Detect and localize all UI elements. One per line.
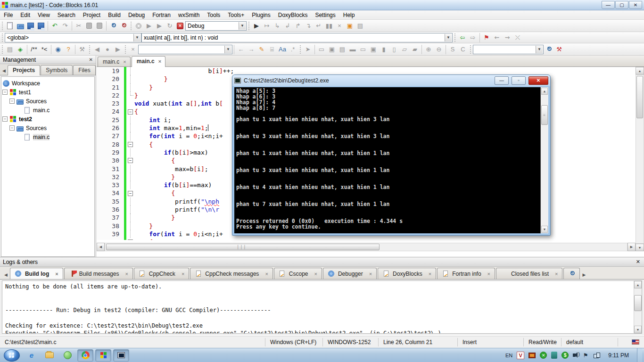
stop-debugger-icon[interactable]: × <box>335 21 344 31</box>
function-combo[interactable]: xuat(int a[], int b[], int n) : void▼ <box>141 33 453 42</box>
wxsmith-tool-icon[interactable]: ▭ <box>358 45 368 54</box>
dollar-tray-icon[interactable]: $ <box>561 352 569 359</box>
log-tab-cscope[interactable]: Cscope× <box>274 268 322 279</box>
log-tab-search[interactable] <box>563 268 580 279</box>
symbol-search-combo[interactable]: ▼ <box>473 45 544 54</box>
log-tab-build-log[interactable]: Build log× <box>10 268 63 279</box>
logs-close-icon[interactable]: ✕ <box>636 259 640 265</box>
tree-expander-icon[interactable]: − <box>9 125 15 131</box>
fold-collapse-icon[interactable]: − <box>128 109 133 115</box>
step-into-instruction-icon[interactable]: ↵ <box>314 21 323 31</box>
function-combo-dropdown-icon[interactable]: ▼ <box>445 34 452 41</box>
editor-vscrollbar[interactable]: ▲ ▼ <box>636 67 644 251</box>
log-tab-fortran-info[interactable]: Fortran info× <box>437 268 495 279</box>
fold-collapse-icon[interactable]: − <box>128 142 133 147</box>
tab-close-icon[interactable]: × <box>158 58 161 64</box>
tab-close-icon[interactable]: × <box>487 271 490 277</box>
taskbar-codeblocks-icon[interactable] <box>95 349 111 362</box>
tree-item-sources[interactable]: −Sources <box>2 123 93 132</box>
console-maximize-button[interactable]: ▫ <box>512 76 526 85</box>
wx-pointer-icon[interactable]: ➤ <box>303 45 313 54</box>
scope-combo-dropdown-icon[interactable]: ▼ <box>133 34 140 41</box>
rebuild-icon[interactable]: ↻ <box>165 21 174 31</box>
monitor-tray-icon[interactable] <box>528 353 536 358</box>
zoom-in-icon[interactable]: ⊕ <box>424 45 433 54</box>
log-tab-cppcheck-messages[interactable]: CppCheck messages× <box>190 268 273 279</box>
wxsmith-mode-icon[interactable]: S <box>448 45 457 54</box>
taskbar-ie-icon[interactable]: e <box>24 349 40 362</box>
tab-close-icon[interactable]: × <box>429 271 431 277</box>
network-tray-icon[interactable] <box>594 353 600 358</box>
menu-plugins[interactable]: Plugins <box>248 11 274 19</box>
prev-tab-icon[interactable]: ◀ <box>92 45 102 54</box>
doxy-comment-icon[interactable]: /** <box>29 45 39 54</box>
goto-next-changed-icon[interactable]: → <box>247 45 256 54</box>
menu-view[interactable]: View <box>34 11 54 19</box>
taskbar-app-icon[interactable] <box>59 349 75 362</box>
menu-wxsmith[interactable]: wxSmith <box>174 11 203 19</box>
taskbar-console-icon[interactable] <box>113 349 129 362</box>
minimize-button[interactable]: — <box>602 1 615 9</box>
next-instruction-icon[interactable]: ↴ <box>304 21 313 31</box>
build-icon[interactable] <box>134 21 143 31</box>
wxsmith-mode-icon[interactable]: C <box>458 45 468 54</box>
menu-tools[interactable]: Tools <box>203 11 224 19</box>
console-titlebar[interactable]: C:\test2\test2\bin\Debug\test2.exe — ▫ ✕ <box>232 75 550 86</box>
paste-icon[interactable] <box>95 21 104 31</box>
wxsmith-tool-icon[interactable]: ▯ <box>389 45 399 54</box>
incremental-search-combo[interactable]: ▼ <box>138 45 232 54</box>
tab-close-icon[interactable]: × <box>123 59 126 65</box>
regex-icon[interactable]: .* <box>288 45 297 54</box>
fold-collapse-icon[interactable]: − <box>128 239 133 240</box>
abort-icon[interactable]: × <box>175 21 185 31</box>
tab-close-icon[interactable]: × <box>182 271 184 277</box>
editor-tab-1[interactable]: main.c× <box>132 56 165 67</box>
logs-scrollbar[interactable]: ▲ ▼ <box>634 281 642 333</box>
log-tab-cppcheck[interactable]: CppCheck× <box>134 268 189 279</box>
tree-item-test2[interactable]: −test2 <box>2 115 93 123</box>
menu-debug[interactable]: Debug <box>124 11 149 19</box>
menu-project[interactable]: Project <box>79 11 104 19</box>
log-tabs-scroll-left-icon[interactable]: ◀ <box>3 271 9 279</box>
green-tray-icon[interactable]: ✕ <box>540 352 547 359</box>
editor-tab-0[interactable]: main.c× <box>98 57 131 66</box>
taskbar-explorer-icon[interactable] <box>41 349 58 362</box>
doxy-run-icon[interactable]: ◈ <box>16 45 25 54</box>
cut-icon[interactable]: ✂ <box>74 21 83 31</box>
uppercase-icon[interactable]: Aa <box>278 45 287 54</box>
volume-tray-icon[interactable] <box>573 354 576 357</box>
menu-doxyblocks[interactable]: DoxyBlocks <box>274 11 312 19</box>
tree-item-main-c[interactable]: main.c <box>2 132 93 141</box>
next-line-icon[interactable]: ↳ <box>272 21 282 31</box>
language-indicator[interactable]: EN <box>505 353 512 358</box>
tree-item-sources[interactable]: −Sources <box>2 97 93 106</box>
build-target-combo-dropdown-icon[interactable]: ▼ <box>239 22 246 30</box>
close-button[interactable]: ✕ <box>629 1 642 9</box>
replace-icon[interactable] <box>119 21 128 31</box>
teal-tray-icon[interactable] <box>551 352 557 359</box>
debug-continue-icon[interactable]: ▶ <box>252 21 261 31</box>
tab-projects[interactable]: Projects <box>8 65 40 75</box>
maximize-button[interactable]: ▢ <box>615 1 628 9</box>
tab-close-icon[interactable]: × <box>125 271 128 277</box>
build-and-run-icon[interactable]: ▶ <box>155 21 164 31</box>
save-all-icon[interactable] <box>36 21 46 31</box>
menu-tools+[interactable]: Tools+ <box>224 11 248 19</box>
search-symbol-icon[interactable] <box>544 45 553 54</box>
zoom-out-icon[interactable]: ⊖ <box>434 45 444 54</box>
tree-expander-icon[interactable]: − <box>2 116 8 122</box>
console-scrollbar[interactable]: ▲ ≡ ▼ <box>540 87 548 233</box>
console-window[interactable]: C:\test2\test2\bin\Debug\test2.exe — ▫ ✕… <box>232 74 551 236</box>
highlight-icon[interactable]: ✎ <box>257 45 266 54</box>
menu-help[interactable]: Help <box>339 11 359 19</box>
doxy-block-comment-icon[interactable]: ▤ <box>5 45 15 54</box>
menu-file[interactable]: File <box>0 11 17 19</box>
build-target-combo[interactable]: Debug▼ <box>185 21 247 31</box>
incremental-search-combo-dropdown-icon[interactable]: ▼ <box>224 46 231 53</box>
doxy-settings-icon[interactable]: ⚒ <box>77 45 87 54</box>
various-info-icon[interactable]: ▤ <box>355 21 365 31</box>
action-center-flag-icon[interactable]: ⚑ <box>582 352 589 359</box>
current-tab-icon[interactable]: ● <box>103 45 112 54</box>
new-file-icon[interactable] <box>5 21 15 31</box>
redo-icon[interactable]: ↷ <box>60 21 70 31</box>
